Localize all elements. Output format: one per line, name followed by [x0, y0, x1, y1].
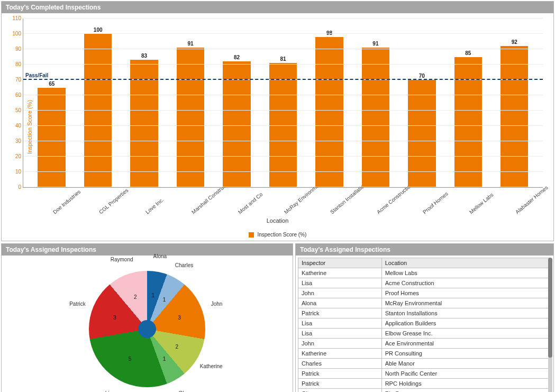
- bar-value-label: 91: [372, 41, 378, 47]
- bar[interactable]: [84, 34, 112, 187]
- y-tick-label: 80: [8, 61, 21, 67]
- pie-wrap: 1Alona1Charles3John2Katherine1Oleg5Lisa3…: [89, 271, 205, 387]
- bar-column: 81McRay Environmental: [260, 19, 306, 187]
- y-tick: 0: [23, 187, 543, 187]
- table-row[interactable]: CharlesAble Manor: [298, 359, 549, 369]
- y-tick: 60: [23, 95, 543, 95]
- bar[interactable]: [223, 61, 250, 187]
- table-scroll-thumb[interactable]: [548, 258, 552, 358]
- pie-slice-label: Alona: [153, 253, 167, 259]
- bar-category-label: Mellow Labs: [468, 192, 495, 215]
- bar[interactable]: [315, 37, 343, 187]
- table-header-cell[interactable]: Location: [381, 258, 549, 268]
- bar-value-label: 81: [280, 56, 286, 62]
- bar-chart: Inspection Score (%) 65Doe Industries100…: [2, 13, 553, 241]
- table-row[interactable]: LisaElbow Grease Inc.: [298, 329, 549, 339]
- bar[interactable]: [501, 46, 528, 187]
- y-tick: 20: [23, 156, 543, 157]
- pie-slice-label: Katherine: [200, 363, 223, 369]
- table-cell: Lisa: [298, 329, 382, 339]
- pass-fail-label: Pass/Fail: [25, 72, 48, 78]
- bar-column: 92Alabaster Homes: [492, 19, 538, 187]
- table-cell: RPC Holdings: [381, 379, 549, 389]
- bar-column: 65Doe Industries: [29, 19, 75, 187]
- pie-slice-value: 5: [129, 356, 132, 362]
- table-cell: Charles: [298, 359, 382, 369]
- bars-row: 65Doe Industries100CGL Properties83Love …: [23, 19, 543, 187]
- bar-value-label: 92: [512, 39, 517, 45]
- bar[interactable]: [38, 88, 65, 188]
- table-cell: Katherine: [298, 349, 382, 359]
- y-tick: 80: [23, 64, 543, 65]
- bar-plot-area: 65Doe Industries100CGL Properties83Love …: [23, 19, 543, 188]
- table-cell: Elbow Grease Inc.: [381, 329, 549, 339]
- pie-slice-value: 1: [163, 296, 166, 302]
- y-tick-label: 110: [8, 15, 21, 21]
- y-tick: 100: [23, 33, 543, 34]
- bar-xaxis-title: Location: [2, 217, 553, 224]
- bar-column: 100CGL Properties: [75, 19, 121, 187]
- table-cell: Alona: [298, 298, 382, 308]
- bar-column: 70Proof Homes: [399, 19, 445, 187]
- y-tick-label: 20: [8, 153, 21, 159]
- completed-inspections-panel: Today's Completed Inspections Inspection…: [1, 1, 554, 241]
- bar-category-label: Alabaster Homes: [514, 185, 549, 215]
- y-tick-label: 50: [8, 107, 21, 113]
- bar-column: 83Love Inc.: [121, 19, 167, 187]
- bar-column: 98Stanton Installations: [306, 19, 352, 187]
- bar[interactable]: [454, 57, 482, 188]
- y-tick: 10: [23, 171, 543, 172]
- bar-value-label: 65: [49, 81, 54, 87]
- bar-category-label: Love Inc.: [144, 197, 165, 215]
- table-cell: Acme Construction: [381, 278, 549, 288]
- pie-slice-value: 3: [178, 314, 181, 320]
- bar-column: 91Marshall Construction: [167, 19, 213, 187]
- table-row[interactable]: JohnAce Environmental: [298, 339, 549, 349]
- y-tick-label: 40: [8, 123, 21, 129]
- bar[interactable]: [362, 48, 389, 187]
- table-cell: Application Builders: [381, 318, 549, 329]
- y-tick: 110: [23, 18, 543, 19]
- pass-fail-threshold: Pass/Fail: [23, 79, 543, 80]
- table-row[interactable]: LisaAcme Construction: [298, 278, 549, 288]
- table-row[interactable]: AlonaMcRay Environmental: [298, 298, 549, 308]
- y-tick-label: 30: [8, 138, 21, 144]
- assigned-table-title: Today's Assigned Inspections: [296, 244, 553, 256]
- bar-category-label: Most and Co: [237, 192, 264, 215]
- assigned-pie-title: Today's Assigned Inspections: [2, 244, 293, 256]
- y-tick: 90: [23, 49, 543, 49]
- pie-hub: [138, 320, 156, 338]
- assigned-inspections-table: InspectorLocation KatherineMellow LabsLi…: [298, 258, 549, 392]
- table-cell: North Pacific Center: [381, 369, 549, 379]
- table-cell: Ace Environmental: [381, 339, 549, 349]
- table-row[interactable]: OlegBig Orange: [298, 389, 549, 393]
- bar-category-label: Doe Industries: [52, 189, 81, 215]
- table-cell: Patrick: [298, 369, 382, 379]
- table-cell: Able Manor: [381, 359, 549, 369]
- assigned-inspections-table-panel: Today's Assigned Inspections InspectorLo…: [295, 243, 554, 392]
- pie-slice-value: 2: [176, 343, 179, 349]
- table-header-cell[interactable]: Inspector: [298, 258, 382, 268]
- table-row[interactable]: LisaApplication Builders: [298, 318, 549, 329]
- assigned-inspections-pie-panel: Today's Assigned Inspections 1Alona1Char…: [1, 243, 293, 392]
- table-cell: Mellow Labs: [381, 268, 549, 278]
- table-row[interactable]: PatrickNorth Pacific Center: [298, 369, 549, 379]
- pie-slice-value: 1: [152, 292, 155, 298]
- table-cell: Patrick: [298, 308, 382, 318]
- y-tick: 50: [23, 110, 543, 111]
- table-cell: Lisa: [298, 278, 382, 288]
- table-row[interactable]: PatrickRPC Holdings: [298, 379, 549, 389]
- table-scrollbar[interactable]: [548, 258, 552, 392]
- pie-slice-label: Charles: [175, 262, 193, 268]
- pie-slice-value: 2: [134, 294, 137, 299]
- table-row[interactable]: PatrickStanton Installations: [298, 308, 549, 318]
- table-cell: Oleg: [298, 389, 382, 393]
- bar[interactable]: [177, 48, 204, 187]
- table-row[interactable]: JohnProof Homes: [298, 288, 549, 298]
- y-tick: 40: [23, 125, 543, 126]
- table-row[interactable]: KatherinePR Consulting: [298, 349, 549, 359]
- pie-slice-label: John: [211, 301, 223, 307]
- table-row[interactable]: KatherineMellow Labs: [298, 268, 549, 278]
- table-cell: Lisa: [298, 318, 382, 329]
- bar-legend-label: Inspection Score (%): [257, 232, 306, 238]
